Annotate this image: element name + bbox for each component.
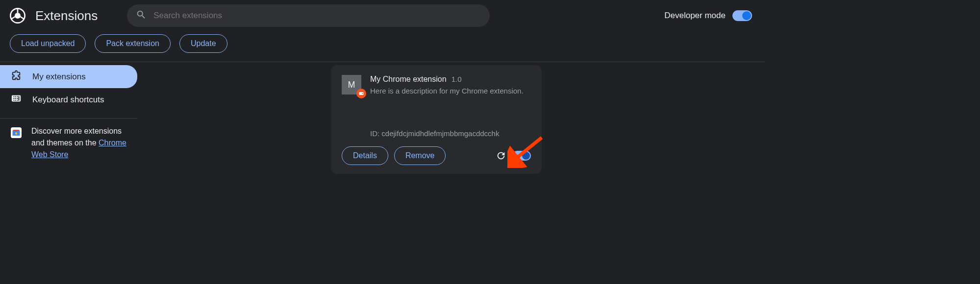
sidebar-item-keyboard-shortcuts[interactable]: Keyboard shortcuts [0,88,137,111]
search-icon [136,9,147,22]
extension-icon-wrap: M [342,75,361,95]
sidebar: My extensions Keyboard shortcuts Discove… [0,62,137,174]
load-unpacked-button[interactable]: Load unpacked [10,34,86,53]
search-input[interactable] [153,11,481,21]
svg-point-1 [15,13,21,19]
search-box[interactable] [127,4,490,27]
pack-extension-button[interactable]: Pack extension [95,34,171,53]
promo-text: Discover more extensions and themes on t… [31,125,126,161]
update-button[interactable]: Update [179,34,227,53]
reload-icon[interactable] [496,150,506,161]
extension-id: ID: cdejifdcjmidhdlefmjmbbmgacddcchk [370,129,531,138]
sidebar-item-label: My extensions [32,72,86,82]
extension-badge-icon [356,89,366,98]
developer-mode-label: Developer mode [664,11,726,21]
page-title: Extensions [35,8,98,24]
chrome-web-store-icon [11,127,22,138]
puzzle-piece-icon [11,70,22,83]
extension-card: M My Chrome extension 1.0 Here is a desc… [331,65,542,174]
svg-point-2 [15,132,18,135]
header: Extensions Developer mode [0,0,765,31]
extension-enabled-toggle[interactable] [512,151,531,161]
keyboard-icon [11,93,22,106]
sidebar-item-my-extensions[interactable]: My extensions [0,65,137,88]
developer-mode-toggle[interactable] [732,10,752,21]
extension-description: Here is a description for my Chrome exte… [370,87,531,95]
extension-version: 1.0 [452,75,462,83]
web-store-promo: Discover more extensions and themes on t… [0,125,137,161]
sidebar-item-label: Keyboard shortcuts [32,95,104,105]
extension-name: My Chrome extension [370,75,447,84]
main-content: M My Chrome extension 1.0 Here is a desc… [137,62,765,174]
remove-button[interactable]: Remove [394,146,446,165]
details-button[interactable]: Details [342,146,388,165]
svg-point-4 [362,93,363,94]
developer-mode-control: Developer mode [664,10,752,21]
developer-toolbar: Load unpacked Pack extension Update [0,31,765,62]
divider [0,118,137,118]
chrome-extensions-logo-icon [10,8,25,24]
